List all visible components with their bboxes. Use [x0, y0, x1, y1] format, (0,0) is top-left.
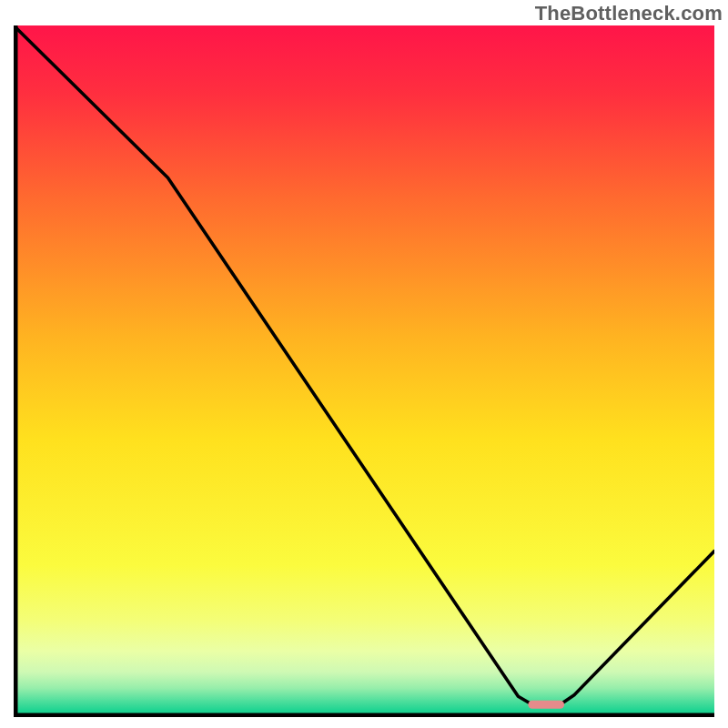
bottleneck-chart	[14, 25, 714, 717]
watermark-text: TheBottleneck.com	[535, 2, 723, 25]
plot-area	[14, 25, 714, 717]
chart-stage: TheBottleneck.com	[0, 0, 728, 728]
